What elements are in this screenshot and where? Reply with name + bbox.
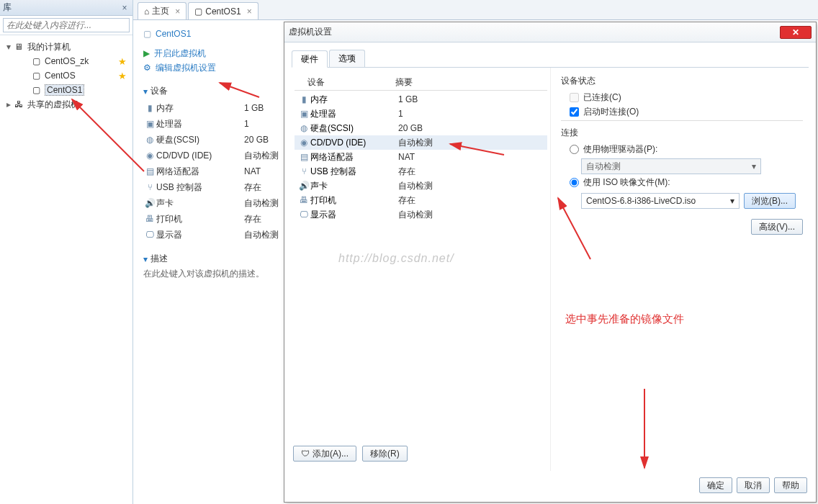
close-button[interactable]: ✕ <box>780 26 812 39</box>
tab-label: 主页 <box>152 5 169 17</box>
tree-label: 我的计算机 <box>27 41 71 53</box>
close-icon[interactable]: × <box>247 6 252 17</box>
remove-hardware-button[interactable]: 移除(R) <box>362 446 408 462</box>
shield-icon: 🛡 <box>301 449 310 459</box>
radio-input[interactable] <box>570 145 579 154</box>
tree-label: CentOS_zk <box>45 56 89 66</box>
use-physical-radio[interactable]: 使用物理驱动器(P): <box>570 143 803 156</box>
tree-item-centos-zk[interactable]: ▢ CentOS_zk ★ <box>1 54 131 68</box>
device-detail-panel: 设备状态 已连接(C) 启动时连接(O) 连接 使用物理驱动器(P): 自动检测… <box>551 68 809 471</box>
add-remove-bar: 🛡添加(A)... 移除(R) <box>293 446 408 462</box>
tab-centos1[interactable]: ▢ CentOS1 × <box>188 2 258 19</box>
device-name: CD/DVD (IDE) <box>156 150 244 161</box>
device-name: 网络适配器 <box>156 166 244 178</box>
tab-bar: ⌂ 主页 × ▢ CentOS1 × <box>133 0 818 20</box>
heading-label: 设备 <box>150 85 168 97</box>
tab-home[interactable]: ⌂ 主页 × <box>138 2 186 19</box>
device-icon: ◉ <box>143 150 156 161</box>
hardware-row[interactable]: ◉CD/DVD (IDE)自动检测 <box>295 135 547 150</box>
use-iso-radio[interactable]: 使用 ISO 映像文件(M): <box>570 176 803 189</box>
expand-icon[interactable]: ▸ <box>4 99 13 109</box>
device-value: 1 <box>244 119 287 129</box>
add-hardware-button[interactable]: 🛡添加(A)... <box>293 446 356 462</box>
hardware-row[interactable]: ▤网络适配器NAT <box>295 150 547 164</box>
device-summary: 自动检测 <box>398 137 433 149</box>
advanced-button[interactable]: 高级(V)... <box>751 219 803 235</box>
chevron-down-icon: ▾ <box>752 161 756 171</box>
tree-label: 共享的虚拟机 <box>27 99 79 111</box>
tab-label: CentOS1 <box>205 6 241 17</box>
iso-path-combo[interactable]: CentOS-6.8-i386-LiveCD.iso▾ <box>581 193 740 209</box>
device-icon: ▤ <box>143 166 156 176</box>
connected-checkbox[interactable]: 已连接(C) <box>570 91 803 104</box>
radio-input[interactable] <box>570 178 579 187</box>
hardware-row[interactable]: ▣处理器1 <box>295 107 547 121</box>
hardware-rows: ▮内存1 GB▣处理器1◍硬盘(SCSI)20 GB◉CD/DVD (IDE)自… <box>295 92 547 222</box>
chevron-down-icon: ▾ <box>730 196 734 206</box>
device-row[interactable]: 🔊声卡自动检测 <box>143 195 287 211</box>
hardware-row[interactable]: 🖶打印机存在 <box>295 193 547 207</box>
search-input[interactable] <box>3 18 130 32</box>
hardware-row[interactable]: ▮内存1 GB <box>295 92 547 107</box>
device-value: 自动检测 <box>244 229 287 241</box>
device-value: 自动检测 <box>244 197 287 210</box>
heading-label: 描述 <box>150 253 168 265</box>
hardware-list-panel: 设备 摘要 ▮内存1 GB▣处理器1◍硬盘(SCSI)20 GB◉CD/DVD … <box>292 68 551 471</box>
device-row[interactable]: 🖵显示器自动检测 <box>143 227 287 243</box>
device-row[interactable]: ▮内存1 GB <box>143 100 287 116</box>
hardware-row[interactable]: ⑂USB 控制器存在 <box>295 164 547 179</box>
device-name: USB 控制器 <box>310 166 398 178</box>
connect-at-poweron-checkbox[interactable]: 启动时连接(O) <box>570 106 803 118</box>
gear-icon: ⚙ <box>143 63 151 73</box>
tree-item-centos1[interactable]: ▢ CentOS1 <box>1 83 131 97</box>
checkbox-input[interactable] <box>570 93 579 102</box>
tree-root-mycomputer[interactable]: ▾ 🖥 我的计算机 <box>1 40 131 54</box>
device-row[interactable]: 🖶打印机存在 <box>143 211 287 227</box>
device-name: 硬盘(SCSI) <box>310 122 398 135</box>
device-icon: 🔊 <box>297 181 310 191</box>
device-icon: 🖶 <box>297 195 310 205</box>
device-icon: 🔊 <box>143 198 156 208</box>
checkbox-input[interactable] <box>570 107 579 117</box>
device-name: CD/DVD (IDE) <box>310 138 398 148</box>
star-icon: ★ <box>118 71 127 81</box>
tab-hardware[interactable]: 硬件 <box>292 50 328 68</box>
help-button[interactable]: 帮助 <box>774 477 807 493</box>
connection-heading: 连接 <box>561 127 803 139</box>
browse-button[interactable]: 浏览(B)... <box>744 193 796 209</box>
physical-drive-combo[interactable]: 自动检测▾ <box>581 158 761 174</box>
hardware-row[interactable]: 🔊声卡自动检测 <box>295 179 547 193</box>
device-row[interactable]: ◍硬盘(SCSI)20 GB <box>143 132 287 148</box>
tree-item-centos[interactable]: ▢ CentOS ★ <box>1 68 131 83</box>
hardware-row[interactable]: 🖵显示器自动检测 <box>295 207 547 222</box>
close-icon[interactable]: × <box>120 3 130 13</box>
device-value: 存在 <box>244 181 287 194</box>
device-summary: 1 GB <box>398 94 418 104</box>
tree-shared-vms[interactable]: ▸ 🖧 共享的虚拟机 <box>1 97 131 112</box>
close-icon[interactable]: × <box>175 6 180 17</box>
device-row[interactable]: ⑂USB 控制器存在 <box>143 179 287 195</box>
device-row[interactable]: ▤网络适配器NAT <box>143 163 287 179</box>
device-row[interactable]: ◉CD/DVD (IDE)自动检测 <box>143 148 287 163</box>
cancel-button[interactable]: 取消 <box>737 477 770 493</box>
collapse-icon[interactable]: ▾ <box>4 42 13 52</box>
col-summary: 摘要 <box>395 76 413 89</box>
device-icon: 🖵 <box>297 210 310 220</box>
col-device: 设备 <box>295 76 395 89</box>
star-icon: ★ <box>118 56 127 67</box>
tree-label: CentOS1 <box>45 84 84 96</box>
vm-icon: ▢ <box>194 6 202 17</box>
combo-value: CentOS-6.8-i386-LiveCD.iso <box>586 196 696 206</box>
hardware-row[interactable]: ◍硬盘(SCSI)20 GB <box>295 121 547 135</box>
tab-options[interactable]: 选项 <box>329 50 365 67</box>
sidebar-header: 库 × <box>0 0 132 16</box>
dialog-titlebar[interactable]: 虚拟机设置 ✕ <box>284 22 816 42</box>
device-icon: ⑂ <box>143 182 156 192</box>
device-icon: ▤ <box>297 152 310 162</box>
dialog-tabs: 硬件 选项 <box>292 50 809 68</box>
device-icon: ◍ <box>297 123 310 133</box>
ok-button[interactable]: 确定 <box>699 477 732 493</box>
device-row[interactable]: ▣处理器1 <box>143 116 287 132</box>
device-name: 声卡 <box>310 180 398 192</box>
device-name: 网络适配器 <box>310 151 398 163</box>
